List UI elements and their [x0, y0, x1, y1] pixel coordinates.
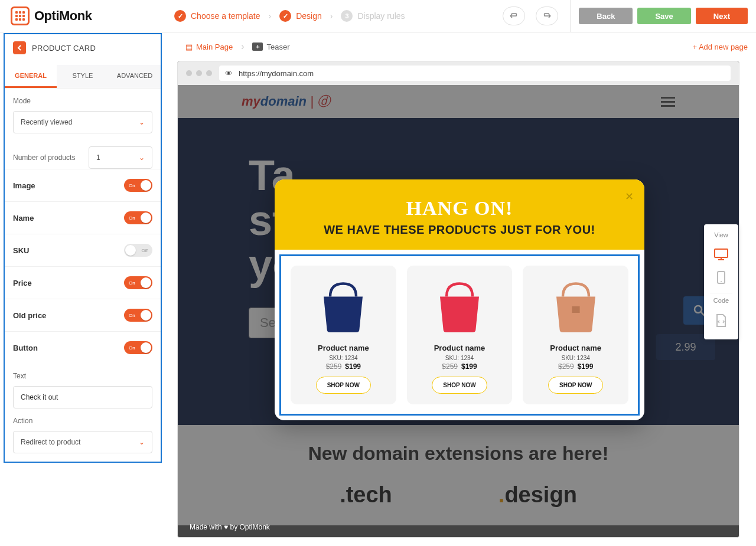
- product-sku: SKU: 1234: [329, 355, 357, 361]
- shop-now-button[interactable]: SHOP NOW: [432, 377, 487, 394]
- toggle-price[interactable]: On: [124, 276, 152, 289]
- view-switcher: View Code: [704, 224, 738, 339]
- product-card[interactable]: Product name SKU: 1234 $259$199 SHOP NOW: [523, 266, 628, 404]
- toggle-sku[interactable]: Off: [124, 244, 152, 257]
- tab-style[interactable]: STYLE: [57, 65, 109, 88]
- logo-icon: [11, 6, 30, 25]
- popup-modal[interactable]: ✕ HANG ON! WE HAVE THESE PRODUCTS JUST F…: [275, 179, 644, 420]
- product-grid[interactable]: Product name SKU: 1234 $259$199 SHOP NOW…: [279, 254, 640, 416]
- step-display-rules[interactable]: 3Display rules: [341, 10, 405, 22]
- svg-rect-2: [572, 306, 579, 313]
- toggle-label-image: Image: [13, 181, 35, 190]
- view-label: View: [714, 231, 728, 238]
- next-button[interactable]: Next: [696, 8, 748, 24]
- toggle-label-oldprice: Old price: [13, 311, 46, 320]
- window-dots: [186, 70, 212, 76]
- chevron-down-icon: ⌄: [139, 438, 145, 446]
- mode-label: Mode: [13, 97, 152, 105]
- toggle-oldprice[interactable]: On: [124, 309, 152, 322]
- properties-panel: PRODUCT CARD GENERAL STYLE ADVANCED Mode…: [4, 33, 162, 463]
- toggle-label-sku: SKU: [13, 246, 29, 255]
- browser-chrome: 👁https://mydomain.com: [178, 61, 739, 85]
- product-card[interactable]: Product name SKU: 1234 $259$199 SHOP NOW: [291, 266, 396, 404]
- nprod-select[interactable]: 1⌄: [89, 146, 152, 169]
- step-sep: ›: [330, 11, 333, 21]
- toggle-label-name: Name: [13, 214, 34, 223]
- save-button[interactable]: Save: [637, 8, 690, 24]
- wizard-steps: ✓Choose a template › ✓Design › 3Display …: [162, 10, 503, 22]
- redo-button[interactable]: [536, 6, 558, 25]
- add-new-page[interactable]: + Add new page: [692, 42, 748, 51]
- crumb-sep: ›: [241, 41, 244, 52]
- page-icon: ▤: [185, 42, 193, 51]
- site-preview: mydomain | ⓓ Tastyo Search 2.99 New doma…: [178, 85, 739, 537]
- popup-subtitle: WE HAVE THESE PRODUCTS JUST FOR YOU!: [292, 223, 627, 237]
- product-card[interactable]: Product name SKU: 1234 $259$199 SHOP NOW: [407, 266, 513, 404]
- credit-text: Made with ♥ by OptiMonk: [190, 523, 270, 531]
- top-bar: OptiMonk ✓Choose a template › ✓Design › …: [0, 0, 756, 32]
- mode-select[interactable]: Recently viewed⌄: [13, 111, 152, 133]
- toggle-label-price: Price: [13, 279, 32, 287]
- back-button[interactable]: Back: [579, 8, 633, 24]
- action-buttons: Back Save Next: [570, 0, 756, 32]
- product-price: $259$199: [326, 362, 361, 371]
- toggle-button[interactable]: On: [124, 341, 152, 354]
- product-sku: SKU: 1234: [445, 355, 474, 361]
- shop-now-button[interactable]: SHOP NOW: [548, 377, 603, 394]
- code-label: Code: [713, 297, 729, 304]
- crumb-main-page[interactable]: ▤Main Page: [185, 42, 233, 51]
- product-price: $259$199: [558, 362, 593, 371]
- editor-canvas: ▤Main Page › +Teaser + Add new page 👁htt…: [177, 32, 756, 546]
- eye-icon: 👁: [225, 69, 233, 78]
- chevron-down-icon: ⌄: [139, 153, 145, 162]
- url-bar[interactable]: 👁https://mydomain.com: [219, 66, 731, 81]
- action-select[interactable]: Redirect to product⌄: [13, 431, 152, 453]
- svg-rect-3: [715, 249, 728, 257]
- step-design[interactable]: ✓Design: [279, 10, 322, 22]
- brand-name: OptiMonk: [34, 8, 92, 24]
- svg-point-7: [721, 281, 722, 282]
- preview-frame: 👁https://mydomain.com mydomain | ⓓ Tasty…: [177, 61, 739, 538]
- teaser-icon: +: [252, 42, 263, 51]
- product-image: [543, 274, 608, 339]
- close-icon[interactable]: ✕: [625, 190, 634, 203]
- panel-tabs: GENERAL STYLE ADVANCED: [5, 65, 161, 89]
- action-label: Action: [13, 417, 152, 425]
- product-name: Product name: [318, 344, 369, 352]
- tab-general[interactable]: GENERAL: [5, 65, 57, 88]
- mobile-view-icon[interactable]: [716, 270, 726, 285]
- panel-back-button[interactable]: [13, 41, 26, 54]
- chevron-down-icon: ⌄: [139, 118, 145, 126]
- product-image: [427, 274, 492, 339]
- page-breadcrumbs: ▤Main Page › +Teaser + Add new page: [177, 32, 756, 61]
- undo-button[interactable]: [503, 6, 525, 25]
- shop-now-button[interactable]: SHOP NOW: [316, 377, 371, 394]
- step-sep: ›: [269, 11, 272, 21]
- desktop-view-icon[interactable]: [713, 248, 729, 261]
- tab-advanced[interactable]: ADVANCED: [109, 65, 161, 88]
- product-image: [311, 274, 376, 339]
- panel-title: PRODUCT CARD: [32, 44, 96, 53]
- text-label: Text: [13, 372, 152, 380]
- brand-logo[interactable]: OptiMonk: [0, 6, 162, 25]
- product-name: Product name: [550, 344, 601, 352]
- toggle-image[interactable]: On: [124, 179, 152, 192]
- step-choose-template[interactable]: ✓Choose a template: [174, 10, 260, 22]
- product-name: Product name: [434, 344, 485, 352]
- product-sku: SKU: 1234: [561, 355, 589, 361]
- product-price: $259$199: [442, 362, 477, 371]
- popup-header: ✕ HANG ON! WE HAVE THESE PRODUCTS JUST F…: [275, 179, 644, 250]
- toggle-name[interactable]: On: [124, 211, 152, 224]
- history-controls: [503, 6, 570, 25]
- toggle-label-button: Button: [13, 344, 38, 352]
- button-text-input[interactable]: [13, 386, 152, 408]
- code-view-icon[interactable]: [715, 313, 728, 328]
- popup-title: HANG ON!: [292, 197, 627, 220]
- nprod-label: Number of products: [13, 153, 75, 162]
- crumb-teaser[interactable]: +Teaser: [252, 42, 289, 51]
